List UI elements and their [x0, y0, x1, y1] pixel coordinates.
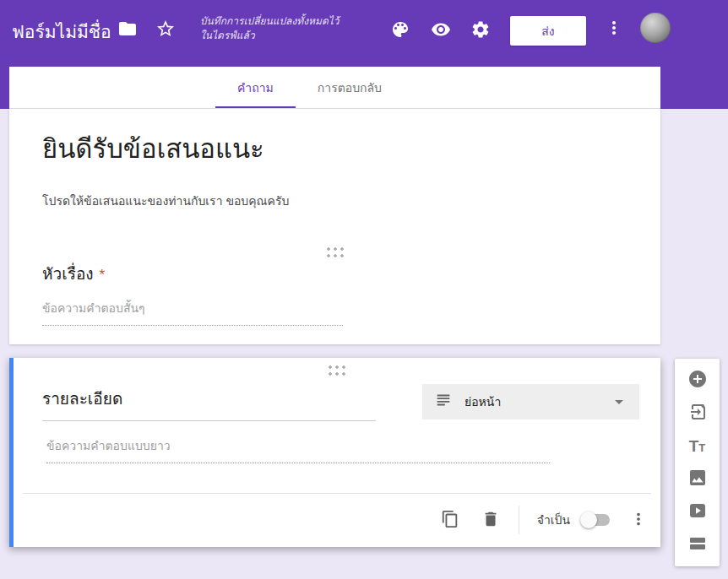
add-question-icon [687, 369, 708, 392]
question-action-bar: จำเป็น [14, 494, 660, 546]
question1-drag-handle[interactable] [9, 247, 660, 257]
drag-dots-icon [329, 365, 345, 376]
question-more-button[interactable] [628, 510, 649, 530]
more-vertical-icon [604, 18, 624, 41]
add-image-button[interactable] [687, 469, 708, 490]
question-type-label: ย่อหน้า [465, 392, 501, 411]
save-status: บันทึกการเปลี่ยนแปลงทั้งหมดไว้ ในไดรฟ์แล… [200, 14, 356, 44]
settings-gear-icon [470, 19, 491, 42]
form-header-card: ยินดีรับข้อเสนอแนะ โปรดให้ข้อเสนอแนะของท… [9, 109, 660, 344]
save-status-line2: ในไดรฟ์แล้ว [200, 29, 356, 43]
question1-title-text: หัวเรื่อง [42, 265, 94, 283]
form-title[interactable]: ยินดีรับข้อเสนอแนะ [42, 127, 264, 170]
form-description[interactable]: โปรดให้ข้อเสนอแนะของท่านกับเรา ขอบคุณครั… [42, 192, 289, 210]
trash-icon [481, 510, 500, 531]
question2-drag-handle[interactable] [14, 365, 660, 376]
required-toggle[interactable] [580, 511, 611, 528]
form-name[interactable]: ฟอร์มไม่มีชื่อ [12, 18, 111, 46]
star-button[interactable] [155, 19, 176, 40]
tab-group: คำถาม การตอบกลับ [215, 67, 404, 108]
tab-bar: คำถาม การตอบกลับ [9, 67, 660, 109]
more-vertical-icon [629, 510, 648, 531]
import-questions-icon [687, 402, 708, 425]
save-status-line1: บันทึกการเปลี่ยนแปลงทั้งหมดไว้ [200, 14, 356, 29]
toggle-knob [580, 511, 597, 528]
folder-icon [117, 19, 138, 41]
user-avatar[interactable] [640, 13, 671, 43]
tt-small-letter: T [698, 442, 705, 453]
header-more-button[interactable] [604, 19, 624, 39]
required-asterisk: * [100, 267, 106, 283]
add-section-icon [687, 533, 708, 556]
preview-button[interactable] [431, 20, 451, 41]
add-question-button[interactable] [687, 370, 708, 390]
star-icon [155, 19, 176, 41]
tt-big-letter: T [689, 438, 699, 454]
paragraph-lines-icon [434, 391, 453, 413]
copy-icon [441, 510, 459, 531]
tab-questions[interactable]: คำถาม [215, 67, 296, 108]
delete-question-button[interactable] [481, 510, 501, 530]
add-title-text-button[interactable]: TT [687, 436, 708, 456]
question-type-dropdown[interactable]: ย่อหน้า [422, 384, 639, 419]
settings-button[interactable] [470, 20, 491, 41]
drag-dots-icon [327, 247, 344, 257]
preview-eye-icon [431, 19, 451, 42]
add-video-icon [687, 501, 708, 523]
add-video-button[interactable] [687, 502, 708, 522]
required-toggle-label: จำเป็น [537, 511, 570, 529]
question1-title[interactable]: หัวเรื่อง* [42, 261, 105, 286]
insert-toolbar: TT [675, 359, 720, 566]
theme-button[interactable] [390, 20, 410, 41]
question2-answer-placeholder: ข้อความคำตอบแบบยาว [46, 436, 550, 463]
add-title-text-icon: TT [689, 438, 706, 454]
action-bar-divider [519, 506, 519, 534]
move-to-folder-button[interactable] [117, 19, 138, 40]
add-image-icon [687, 468, 708, 490]
duplicate-question-button[interactable] [440, 510, 460, 530]
import-questions-button[interactable] [687, 403, 708, 423]
send-button[interactable]: ส่ง [510, 16, 586, 46]
palette-icon [390, 19, 410, 42]
selected-question-card: รายละเอียด ย่อหน้า ข้อความคำตอบแบบยาว จำ… [9, 358, 660, 547]
chevron-down-icon [609, 392, 629, 412]
tab-responses[interactable]: การตอบกลับ [296, 67, 404, 108]
question1-answer-placeholder: ข้อความคำตอบสั้นๆ [42, 299, 343, 326]
question2-title-input[interactable]: รายละเอียด [42, 386, 376, 421]
add-section-button[interactable] [687, 535, 708, 555]
